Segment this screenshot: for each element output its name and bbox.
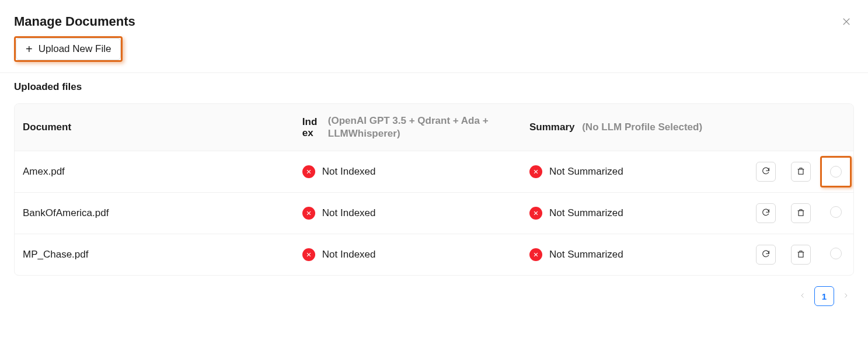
chevron-right-icon bbox=[842, 292, 849, 299]
refresh-button[interactable] bbox=[756, 162, 776, 182]
document-name-cell: Amex.pdf bbox=[15, 151, 294, 193]
error-icon bbox=[302, 248, 315, 261]
pagination: 1 bbox=[14, 286, 854, 306]
documents-table: Document Index (OpenAI GPT 3.5 + Qdrant … bbox=[14, 103, 854, 276]
select-radio[interactable] bbox=[830, 166, 842, 178]
error-icon bbox=[529, 165, 542, 178]
refresh-icon bbox=[761, 208, 771, 219]
column-header-select bbox=[818, 104, 853, 151]
error-icon bbox=[302, 207, 315, 220]
index-status-cell: Not Indexed bbox=[294, 234, 521, 275]
error-icon bbox=[302, 165, 315, 178]
divider bbox=[0, 72, 868, 73]
summary-status-cell: Not Summarized bbox=[521, 193, 748, 234]
column-header-delete bbox=[783, 104, 818, 151]
index-status-cell: Not Indexed bbox=[294, 151, 521, 193]
index-status-label: Not Indexed bbox=[322, 249, 376, 260]
column-header-index: Index (OpenAI GPT 3.5 + Qdrant + Ada + L… bbox=[294, 104, 521, 151]
index-status-cell: Not Indexed bbox=[294, 193, 521, 234]
close-button[interactable] bbox=[839, 14, 854, 31]
upload-button-highlight: + Upload New File bbox=[14, 36, 123, 62]
column-header-refresh bbox=[748, 104, 783, 151]
upload-button-label: Upload New File bbox=[39, 43, 111, 55]
pagination-next-button[interactable] bbox=[840, 290, 852, 303]
upload-new-file-button[interactable]: + Upload New File bbox=[16, 38, 121, 60]
trash-icon bbox=[796, 208, 806, 219]
summary-status-cell: Not Summarized bbox=[521, 234, 748, 275]
summary-status-label: Not Summarized bbox=[549, 166, 623, 178]
pagination-prev-button[interactable] bbox=[797, 290, 808, 303]
pagination-page-1[interactable]: 1 bbox=[814, 286, 834, 306]
delete-button[interactable] bbox=[791, 245, 811, 265]
section-title: Uploaded files bbox=[14, 81, 854, 93]
index-status-label: Not Indexed bbox=[322, 207, 376, 219]
table-row: Amex.pdfNot IndexedNot Summarized bbox=[15, 151, 853, 193]
column-header-document: Document bbox=[15, 104, 294, 151]
page-title: Manage Documents bbox=[14, 14, 135, 29]
delete-button[interactable] bbox=[791, 162, 811, 182]
index-status-label: Not Indexed bbox=[322, 166, 376, 178]
error-icon bbox=[529, 248, 542, 261]
select-radio-highlight bbox=[820, 156, 852, 187]
chevron-left-icon bbox=[799, 292, 806, 299]
select-radio[interactable] bbox=[830, 248, 842, 259]
refresh-button[interactable] bbox=[756, 245, 776, 265]
document-name-cell: BankOfAmerica.pdf bbox=[15, 193, 294, 234]
trash-icon bbox=[796, 249, 806, 260]
table-row: BankOfAmerica.pdfNot IndexedNot Summariz… bbox=[15, 193, 853, 234]
trash-icon bbox=[796, 166, 806, 178]
refresh-icon bbox=[761, 166, 771, 178]
select-radio[interactable] bbox=[830, 206, 842, 218]
summary-status-cell: Not Summarized bbox=[521, 151, 748, 193]
refresh-button[interactable] bbox=[756, 203, 776, 223]
table-row: MP_Chase.pdfNot IndexedNot Summarized bbox=[15, 234, 853, 275]
error-icon bbox=[529, 207, 542, 220]
summary-status-label: Not Summarized bbox=[549, 249, 623, 260]
column-header-summary: Summary (No LLM Profile Selected) bbox=[521, 104, 748, 151]
plus-icon: + bbox=[26, 43, 33, 55]
refresh-icon bbox=[761, 249, 771, 260]
delete-button[interactable] bbox=[791, 203, 811, 223]
document-name-cell: MP_Chase.pdf bbox=[15, 234, 294, 275]
close-icon bbox=[841, 16, 852, 27]
summary-status-label: Not Summarized bbox=[549, 207, 623, 219]
